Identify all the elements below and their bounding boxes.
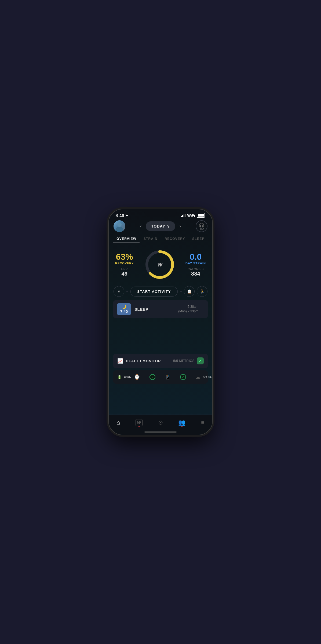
recovery-percentage: 63% [115, 253, 134, 261]
notch [144, 209, 177, 217]
next-day-button[interactable]: › [177, 223, 183, 230]
sync-time: 6:13am [203, 375, 212, 379]
home-indicator [109, 429, 212, 435]
strain-block: 0.0 DAY STRAIN CALORIES 884 [185, 253, 206, 277]
nav-bar: ‹ TODAY ∨ › 🎧 HELP [109, 219, 212, 235]
recovery-block: 63% RECOVERY HRV 49 [115, 253, 134, 277]
health-monitor-left: 📈 HEALTH MONITOR [117, 358, 161, 364]
whoop-logo: W [157, 261, 162, 268]
tab-sleep[interactable]: SLEEP [189, 235, 207, 243]
sleep-icon-box: 🌙 7:40 [117, 303, 131, 315]
nav-whoop[interactable]: W [132, 418, 146, 427]
hrv-label: HRV [115, 268, 134, 271]
start-activity-button[interactable]: START ACTIVITY [130, 287, 178, 297]
hrv-value: 49 [115, 271, 134, 277]
collapse-button[interactable]: ∨ [114, 286, 124, 297]
whoop-nav-dot [138, 426, 140, 427]
avatar[interactable] [114, 220, 125, 232]
divider-line-right [180, 291, 182, 292]
prev-day-button[interactable]: ‹ [138, 223, 144, 230]
battery-icon [197, 213, 205, 218]
health-metrics-badge: 5/5 METRICS ✓ [173, 357, 204, 364]
day-strain-label: DAY STRAIN [185, 262, 206, 265]
cloud-icon: ☁ [196, 374, 200, 380]
bottom-nav: ⌂ W ⊙ 👥 ≡ [109, 415, 212, 429]
nav-camera[interactable]: ⊙ [155, 418, 166, 427]
avatar-image [114, 220, 125, 232]
recovery-label: RECOVERY [115, 262, 134, 265]
help-button[interactable]: 🎧 HELP [196, 220, 207, 232]
sleep-label: SLEEP [134, 307, 175, 312]
sleep-start-time: 5:38am [178, 305, 198, 309]
moon-icon: 🌙 [122, 305, 126, 309]
sync-pipeline: ⌚ ✓ 📱 ✓ ☁ [134, 374, 200, 380]
health-monitor-icon: 📈 [117, 358, 123, 364]
ring-container[interactable]: W [144, 248, 176, 281]
sleep-end-time: (Mon) 7:33pm [178, 309, 198, 314]
log-button[interactable]: 📋 [184, 286, 195, 297]
team-nav-dot [181, 426, 183, 427]
tab-overview[interactable]: OVERVIEW [113, 235, 140, 243]
headset-icon: 🎧 [199, 222, 204, 228]
dropdown-chevron: ∨ [167, 224, 170, 228]
sleep-card[interactable]: 🌙 7:40 SLEEP 5:38am (Mon) 7:33pm [113, 300, 208, 318]
wifi-icon: WiFi [187, 213, 195, 218]
health-monitor-header: 📈 HEALTH MONITOR 5/5 METRICS ✓ [113, 354, 208, 368]
pipe-check-2: ✓ [180, 374, 186, 380]
sleep-times: 5:38am (Mon) 7:33pm [178, 305, 198, 314]
status-icons: WiFi [181, 213, 205, 218]
clipboard-icon: 📋 [187, 289, 192, 294]
signal-bars [181, 214, 186, 217]
phone-frame: 6:18 ➤ WiFi ‹ [108, 209, 213, 435]
pipe-line-1 [140, 377, 149, 377]
menu-icon: ≡ [201, 419, 205, 426]
tab-strain[interactable]: STRAIN [140, 235, 161, 243]
calories-label: CALORIES [185, 268, 206, 271]
health-monitor-section[interactable]: 📈 HEALTH MONITOR 5/5 METRICS ✓ [113, 354, 208, 368]
whoop-icon: W [136, 419, 143, 426]
battery-status-icon: 🔋 [117, 375, 122, 379]
device-status: 🔋 90% ⌚ ✓ 📱 ✓ ☁ 6:13am [113, 370, 208, 384]
signal-bar-3 [184, 214, 184, 217]
action-row: ∨ START ACTIVITY 📋 + 🏃 [109, 285, 212, 300]
pipe-line-3 [170, 377, 180, 377]
home-bar [144, 431, 177, 433]
sleep-duration: 7:40 [120, 309, 128, 314]
pipe-line-2 [155, 377, 165, 377]
signal-bar-2 [182, 215, 183, 217]
chevron-down-icon: ∨ [118, 289, 120, 294]
team-icon: 👥 [178, 419, 185, 426]
hrv-block: HRV 49 [115, 268, 134, 277]
status-time: 6:18 ➤ [116, 213, 128, 218]
calories-value: 884 [185, 271, 206, 277]
date-nav: ‹ TODAY ∨ › [138, 221, 183, 231]
calories-block: CALORIES 884 [185, 268, 206, 277]
main-content: 63% RECOVERY HRV 49 [109, 243, 212, 415]
help-label: HELP [199, 228, 205, 230]
divider-line-left [126, 291, 128, 292]
nav-home[interactable]: ⌂ [113, 418, 123, 427]
day-strain-value: 0.0 [185, 253, 206, 261]
signal-bar-4 [185, 214, 186, 217]
time-display: 6:18 [116, 213, 124, 218]
tabs: OVERVIEW STRAIN RECOVERY SLEEP [109, 235, 212, 243]
home-icon: ⌂ [116, 419, 120, 426]
health-monitor-title: HEALTH MONITOR [126, 359, 161, 363]
pipe-line-4 [186, 377, 196, 377]
today-label: TODAY [151, 224, 165, 228]
check-badge: ✓ [197, 357, 204, 364]
tab-recovery[interactable]: RECOVERY [161, 235, 188, 243]
checkmark-icon: ✓ [199, 359, 202, 363]
metrics-count: 5/5 METRICS [173, 359, 195, 363]
watch-icon: ⌚ [134, 374, 140, 380]
battery-percentage: 90% [124, 375, 131, 379]
add-activity-button[interactable]: + 🏃 [197, 286, 207, 297]
nav-menu[interactable]: ≡ [198, 418, 208, 427]
camera-icon: ⊙ [158, 419, 163, 426]
empty-space [109, 321, 212, 354]
person-icon: 🏃 [199, 289, 205, 294]
phone-icon: 📱 [165, 375, 170, 380]
date-pill[interactable]: TODAY ∨ [146, 221, 175, 231]
location-icon: ➤ [125, 214, 128, 217]
nav-team[interactable]: 👥 [175, 418, 189, 427]
